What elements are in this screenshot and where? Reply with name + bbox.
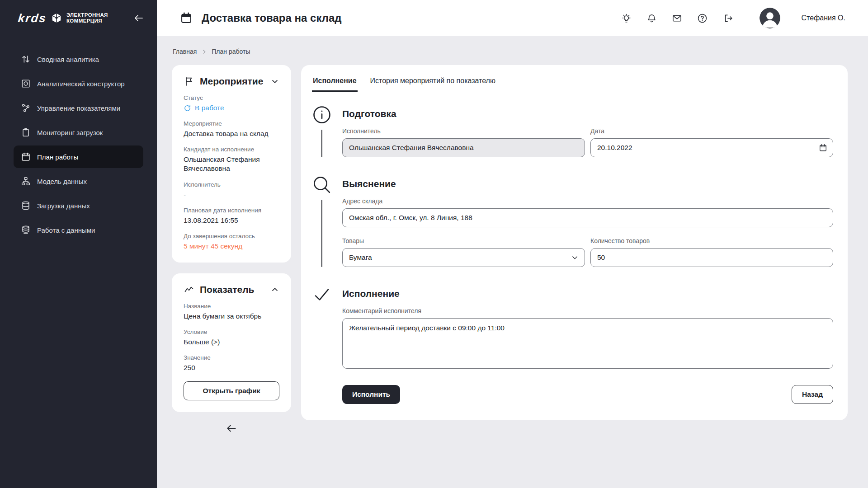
event-status: Статус В работе [184, 94, 279, 113]
sidebar-item-upload-monitoring[interactable]: Мониторинг загрузок [14, 121, 143, 144]
arrow-left-icon [133, 13, 144, 23]
event-countdown: До завершения осталось 5 минут 45 секунд [184, 233, 279, 251]
topbar: Доставка товара на склад Стефания О. [157, 0, 868, 36]
quantity-input[interactable] [590, 248, 833, 267]
indicator-card-header[interactable]: Показатель [184, 284, 279, 295]
tab-execution[interactable]: Исполнение [312, 74, 358, 92]
indicator-card: Показатель Название Цена бумаги за октяб… [172, 273, 291, 412]
page-title: Доставка товара на склад [202, 12, 342, 24]
content: Главная План работы Мероприятие Статус [157, 36, 868, 488]
sort-arrows-icon [21, 54, 31, 64]
sidebar-item-summary-analytics[interactable]: Сводная аналитика [14, 48, 143, 70]
sidebar-item-data-model[interactable]: Модель данных [14, 170, 143, 192]
notifications-button[interactable] [646, 13, 657, 23]
comment-field: Комментарий исполнителя Желательный пери… [342, 307, 833, 371]
sidebar-item-label: Управление показателями [37, 104, 120, 112]
submit-button[interactable]: Исполнить [342, 385, 400, 404]
address-input[interactable] [342, 208, 833, 227]
field-label: Комментарий исполнителя [342, 307, 833, 314]
sidebar-item-label: Загрузка данных [37, 202, 90, 210]
theme-button[interactable] [621, 13, 632, 23]
chart-line-icon [184, 284, 194, 295]
status-badge: В работе [184, 103, 279, 113]
section-title: Подготовка [342, 108, 833, 119]
executor-input [342, 138, 585, 157]
breadcrumb-home[interactable]: Главная [173, 48, 197, 55]
event-field: Кандидат на исполнение Ольшанская Стефан… [184, 146, 279, 173]
back-arrow-button[interactable] [223, 422, 240, 435]
sidebar-item-label: Мониторинг загрузок [37, 129, 103, 136]
share-nodes-icon [21, 103, 31, 113]
database-stack-icon [21, 225, 31, 235]
section-execution: Исполнение Комментарий исполнителя Желат… [312, 285, 833, 371]
section-preparation: Подготовка Исполнитель Дата [312, 105, 833, 157]
sidebar-item-data-work[interactable]: Работа с данными [14, 219, 143, 241]
main-area: Доставка товара на склад Стефания О. [157, 0, 868, 488]
logout-icon [722, 13, 733, 23]
back-button[interactable]: Назад [792, 385, 833, 404]
chevron-down-icon[interactable] [270, 77, 279, 86]
avatar[interactable] [760, 8, 780, 28]
info-circle-icon [312, 105, 331, 124]
clipboard-icon [21, 127, 31, 137]
chevron-up-icon[interactable] [270, 285, 279, 294]
open-chart-button[interactable]: Открыть график [184, 381, 279, 400]
breadcrumb-current: План работы [212, 48, 250, 55]
sidebar-item-label: План работы [37, 153, 78, 161]
date-field: Дата [590, 127, 833, 157]
section-title: Исполнение [342, 288, 833, 299]
logout-button[interactable] [722, 13, 733, 23]
event-field: Исполнитель - [184, 181, 279, 199]
sidebar-item-data-upload[interactable]: Загрузка данных [14, 194, 143, 217]
goods-field: Товары [342, 237, 585, 267]
sidebar-header: krds ЭЛЕКТРОННАЯКОММЕРЦИЯ [0, 0, 157, 36]
sidebar-item-analytic-constructor[interactable]: Аналитический конструктор [14, 72, 143, 95]
sidebar-item-indicator-management[interactable]: Управление показателями [14, 97, 143, 119]
field-label: Статус [184, 94, 279, 101]
comment-textarea[interactable]: Желательный период доставки с 09:00 до 1… [342, 318, 833, 369]
indicator-field: Условие Больше (>) [184, 328, 279, 347]
magnifier-icon [312, 175, 331, 194]
event-card-title: Мероприятие [200, 76, 263, 87]
mail-icon [672, 13, 682, 23]
mail-button[interactable] [672, 13, 682, 23]
section-title: Выяснение [342, 178, 833, 189]
logo-text: ЭЛЕКТРОННАЯКОММЕРЦИЯ [66, 12, 108, 24]
help-button[interactable] [697, 13, 708, 23]
date-input[interactable] [590, 138, 833, 157]
help-icon [697, 13, 708, 23]
field-label: Исполнитель [342, 127, 585, 135]
field-label: Адрес склада [342, 197, 833, 205]
collapse-sidebar-button[interactable] [132, 11, 146, 25]
indicator-field: Название Цена бумаги за октябрь [184, 303, 279, 321]
topbar-actions: Стефания О. [621, 8, 845, 28]
form-actions: Исполнить Назад [342, 385, 833, 404]
address-field: Адрес склада [342, 197, 833, 227]
cube-icon [51, 12, 62, 24]
left-column: Мероприятие Статус В работе Меропр [172, 65, 291, 435]
sidebar-item-label: Модель данных [37, 178, 87, 185]
event-card: Мероприятие Статус В работе Меропр [172, 65, 291, 263]
field-label: Дата [590, 127, 833, 135]
execution-panel: Исполнение История мероприятий по показа… [301, 65, 848, 420]
section-rail [312, 285, 332, 371]
indicator-card-title: Показатель [200, 284, 254, 295]
section-rail [312, 175, 332, 267]
flag-icon [184, 76, 194, 87]
sidebar-item-work-plan[interactable]: План работы [14, 145, 143, 168]
event-card-header[interactable]: Мероприятие [184, 76, 279, 87]
logo-brand: krds [17, 11, 47, 25]
arrow-left-icon [226, 422, 237, 434]
event-field: Плановая дата исполнения 13.08.2021 16:5… [184, 207, 279, 225]
field-label: Товары [342, 237, 585, 244]
calendar-icon [180, 12, 193, 24]
org-chart-icon [21, 176, 31, 186]
chevron-right-icon [201, 49, 207, 55]
sidebar-item-label: Работа с данными [37, 226, 95, 234]
sidebar-item-label: Сводная аналитика [37, 56, 99, 63]
goods-select[interactable] [342, 248, 585, 267]
indicator-field: Значение 250 [184, 354, 279, 372]
tab-history[interactable]: История мероприятий по показателю [369, 74, 496, 92]
section-clarification: Выяснение Адрес склада Товары [312, 175, 833, 267]
tabs: Исполнение История мероприятий по показа… [312, 74, 833, 92]
